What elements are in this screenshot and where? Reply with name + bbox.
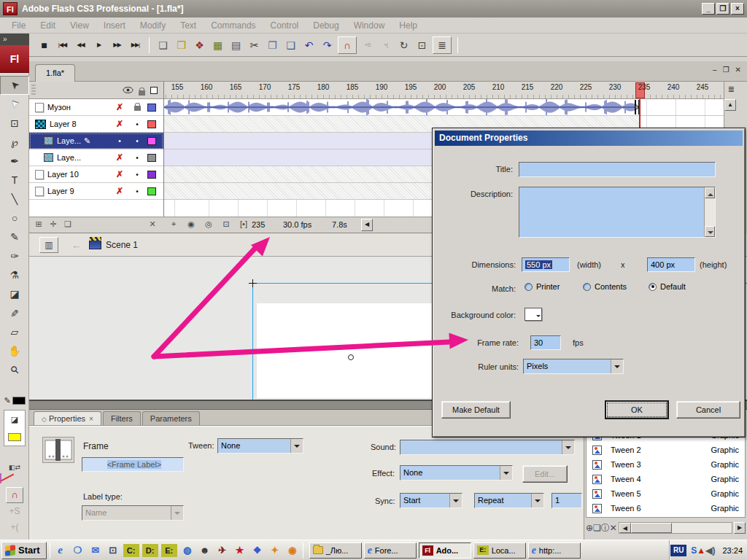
ink-bottle-tool[interactable]: ⚗ (0, 265, 29, 284)
smooth-icon[interactable]: +S (358, 37, 376, 53)
menu-file[interactable]: File (4, 19, 33, 32)
library-item-name[interactable]: Tween 6 (611, 504, 711, 513)
layer-row[interactable]: Laye...✎•• (29, 133, 163, 149)
layer-lock-toggle[interactable] (131, 103, 143, 112)
tab-parameters[interactable]: Parameters (142, 411, 200, 425)
timeline-ruler[interactable]: 1551601651701751801851901952002052102152… (164, 82, 724, 99)
library-item[interactable]: Tween 5Graphic (587, 486, 745, 501)
library-item-name[interactable]: Tween 3 (611, 460, 711, 469)
pen-tool[interactable]: ✒ (0, 152, 29, 171)
scroll-up-button[interactable]: ▲ (724, 99, 736, 111)
rocket-icon[interactable]: ▲ (697, 545, 705, 556)
menu-commands[interactable]: Commands (204, 19, 263, 32)
minimize-button[interactable]: _ (702, 3, 715, 15)
oval-tool[interactable]: ○ (0, 209, 29, 228)
panel-collapse-button[interactable]: » (0, 34, 29, 45)
show-desktop-icon[interactable]: ⊡ (106, 543, 120, 558)
lasso-tool[interactable]: ℘ (0, 133, 29, 152)
delete-layer-icon[interactable]: ✕ (146, 219, 159, 229)
eraser-tool[interactable]: ▱ (0, 322, 29, 341)
panel-grip[interactable] (31, 85, 36, 96)
height-input[interactable]: 400 px (647, 257, 695, 272)
dropdown-arrow-icon[interactable] (290, 439, 303, 453)
layer-lock-toggle[interactable]: • (131, 136, 143, 145)
snap-to-objects-button[interactable]: ∩ (6, 487, 23, 503)
timeline-toggle-icon[interactable]: ▥ (39, 237, 58, 253)
drive-c-icon[interactable]: C: (123, 544, 139, 557)
cat-icon[interactable]: ☻ (198, 543, 212, 558)
make-default-button[interactable]: Make Default (441, 401, 511, 419)
frame-rate-input[interactable]: 30 (530, 335, 561, 350)
paint-bucket-tool[interactable]: ◪ (0, 284, 29, 303)
step-forward-icon[interactable]: ▶▶ (108, 37, 126, 53)
title-input[interactable] (519, 162, 716, 177)
taskbar-window-ado[interactable]: FlAdo... (419, 542, 471, 559)
frame-rate-value[interactable]: 30.0 fps (283, 220, 311, 229)
add-motion-guide-icon[interactable]: ✛ (47, 219, 60, 229)
lock-all-layers-icon[interactable] (139, 88, 145, 96)
zoom-tool[interactable]: ⚲ (0, 360, 29, 379)
insert-layer-folder-icon[interactable]: ❏ (61, 219, 74, 229)
eyedropper-tool[interactable]: ✐ (0, 303, 29, 322)
frame-label-input[interactable]: <Frame Label> (82, 457, 184, 472)
layer-visibility-toggle[interactable]: ✗ (114, 186, 125, 196)
smooth-option-button[interactable]: +S (0, 503, 29, 519)
description-textarea[interactable] (519, 187, 716, 238)
layer-row[interactable]: Музон✗ (29, 99, 163, 116)
layer-name[interactable]: Laye... (57, 136, 81, 145)
menu-modify[interactable]: Modify (133, 19, 173, 32)
panel-menu-icon[interactable]: ≣ (728, 85, 735, 94)
drive-e-icon[interactable]: E: (161, 544, 177, 557)
taskbar-window-http[interactable]: ehttp:... (528, 542, 581, 559)
paste-icon[interactable]: ❑ (282, 37, 300, 53)
edit-sound-button[interactable]: Edit... (522, 465, 568, 483)
save-icon[interactable]: ▦ (209, 37, 227, 53)
globe-icon[interactable]: ◍ (180, 543, 195, 558)
library-item-name[interactable]: Tween 4 (611, 475, 711, 483)
doc-minimize-button[interactable]: – (713, 66, 717, 74)
layer-row[interactable]: Layer 8✗• (29, 116, 163, 133)
layer-outline-color-swatch[interactable] (147, 120, 156, 128)
onion-skin-icon[interactable]: ◉ (184, 219, 198, 229)
red-star-icon[interactable]: ★ (233, 543, 247, 558)
undo-icon[interactable]: ↶ (300, 37, 318, 53)
redo-icon[interactable]: ↷ (318, 37, 336, 53)
match-option-printer[interactable]: Printer (525, 282, 560, 291)
outlook-icon[interactable]: ✉ (88, 543, 103, 558)
stroke-color-swatch[interactable] (12, 397, 26, 405)
library-item[interactable]: Tween 4Graphic (587, 472, 745, 486)
selection-tool[interactable]: ➤ (0, 76, 29, 95)
layer-outline-color-swatch[interactable] (147, 154, 156, 162)
new-document-icon[interactable]: ❏ (154, 37, 172, 53)
cancel-button[interactable]: Cancel (676, 401, 740, 419)
show-hide-all-layers-icon[interactable] (123, 86, 133, 94)
show-outlines-icon[interactable] (150, 87, 158, 96)
restore-button[interactable]: ❐ (716, 3, 729, 15)
scene-name[interactable]: Scene 1 (106, 240, 138, 250)
sound-select[interactable] (400, 440, 575, 455)
free-transform-tool[interactable]: ⊡ (0, 114, 29, 133)
straighten-option-button[interactable]: +( (0, 519, 29, 535)
back-arrow-icon[interactable]: ← (71, 239, 82, 251)
layer-lock-toggle[interactable]: • (131, 170, 143, 179)
no-color-button[interactable] (0, 473, 1, 483)
straighten-icon[interactable]: +( (376, 37, 395, 53)
open-icon[interactable]: ❒ (172, 37, 190, 53)
black-white-swap-icons[interactable]: ◧⇄ (0, 464, 29, 471)
menu-debug[interactable]: Debug (306, 19, 346, 32)
layer-name[interactable]: Layer 8 (50, 120, 77, 128)
text-tool[interactable]: T (0, 171, 29, 190)
fill-color-control[interactable]: ◪ (4, 410, 26, 446)
layer-lock-toggle[interactable]: • (131, 120, 143, 128)
layer-row[interactable]: Layer 10✗• (29, 166, 163, 183)
modify-onion-markers-icon[interactable]: [•] (236, 219, 251, 228)
doc-restore-button[interactable]: ❐ (723, 66, 729, 74)
messenger-icon[interactable]: ❍ (71, 543, 85, 558)
library-item-name[interactable]: Tween 5 (611, 489, 711, 498)
layer-lock-toggle[interactable]: • (131, 187, 143, 195)
layer-lock-toggle[interactable]: • (131, 153, 143, 162)
rotate-ccw-icon[interactable]: ↻ (395, 37, 413, 53)
sync-repeat-select[interactable]: Repeat (474, 493, 544, 508)
volume-icon[interactable]: ◀) (705, 545, 715, 556)
ie-icon[interactable]: e (53, 543, 68, 558)
